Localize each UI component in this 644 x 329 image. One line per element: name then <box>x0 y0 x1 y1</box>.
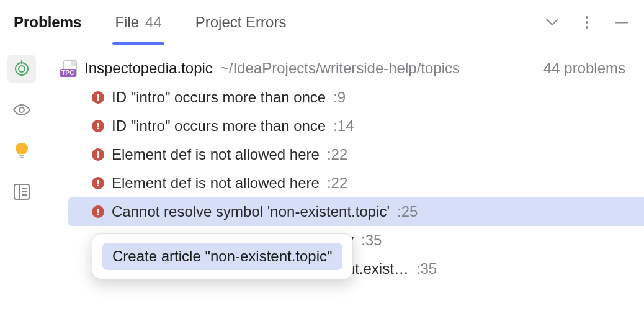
target-icon <box>13 60 30 78</box>
problem-message: Element def is not allowed here <box>112 174 320 192</box>
problem-location: :22 <box>327 146 347 163</box>
tab-file-label: File <box>115 14 139 31</box>
error-icon <box>92 91 104 104</box>
file-path: ~/IdeaProjects/writerside-help/topics <box>220 60 460 77</box>
problem-row[interactable]: ID "intro" occurs more than once :9 <box>43 83 644 112</box>
quick-fix-popup: Create article "non-existent.topic" <box>92 233 353 279</box>
topic-file-icon: TPC <box>61 60 77 76</box>
tab-file-count: 44 <box>145 14 162 31</box>
tabs-left: Problems File 44 Project Errors <box>14 0 286 45</box>
svg-point-4 <box>16 63 28 75</box>
svg-rect-9 <box>20 157 24 158</box>
sidebar-preview[interactable] <box>7 96 36 124</box>
sidebar-layout[interactable] <box>7 178 36 206</box>
tab-project-errors-label: Project Errors <box>195 14 287 31</box>
chevron-down-icon[interactable] <box>543 14 561 31</box>
svg-point-5 <box>19 66 25 72</box>
problem-row-selected[interactable]: Cannot resolve symbol 'non-existent.topi… <box>68 197 644 226</box>
tab-project-errors[interactable]: Project Errors <box>195 0 287 45</box>
tab-problems-label: Problems <box>14 14 81 31</box>
quick-fix-label: Create article "non-existent.topic" <box>112 248 333 264</box>
body: TPC Inspectopedia.topic ~/IdeaProjects/w… <box>0 45 644 329</box>
file-header[interactable]: TPC Inspectopedia.topic ~/IdeaProjects/w… <box>43 57 644 83</box>
tab-file[interactable]: File 44 <box>115 0 161 45</box>
problem-message: Element def is not allowed here <box>112 146 320 163</box>
problem-row[interactable]: Element def is not allowed here :22 <box>43 169 644 197</box>
svg-point-2 <box>586 26 588 29</box>
svg-point-7 <box>19 107 24 112</box>
problem-message: Cannot resolve symbol 'non-existent.topi… <box>112 203 390 220</box>
eye-icon <box>12 104 31 116</box>
problem-location: :22 <box>327 174 347 192</box>
problem-message: ID "intro" occurs more than once <box>112 89 326 106</box>
minimize-icon[interactable] <box>613 14 630 31</box>
problem-location: :35 <box>361 232 382 249</box>
tabs-bar: Problems File 44 Project Errors <box>0 0 644 45</box>
error-icon <box>92 205 104 218</box>
tabs-right <box>543 14 630 31</box>
svg-rect-3 <box>615 22 628 23</box>
problem-row[interactable]: ID "intro" occurs more than once :14 <box>43 112 644 140</box>
file-problem-count: 44 problems <box>543 60 633 77</box>
layout-icon <box>14 184 30 200</box>
tab-problems[interactable]: Problems <box>14 0 81 45</box>
quick-fix-create-article[interactable]: Create article "non-existent.topic" <box>102 243 342 270</box>
problem-location: :25 <box>397 203 418 220</box>
sidebar-highlight[interactable] <box>7 55 36 83</box>
main: TPC Inspectopedia.topic ~/IdeaProjects/w… <box>43 45 644 329</box>
error-icon <box>92 148 104 161</box>
problem-message: ID "intro" occurs more than once <box>112 117 326 135</box>
problem-location: :9 <box>333 89 346 106</box>
svg-rect-8 <box>19 155 24 156</box>
svg-point-0 <box>586 16 588 19</box>
problem-row[interactable]: Element def is not allowed here :22 <box>43 140 644 169</box>
problem-location: :35 <box>416 260 437 277</box>
file-name: Inspectopedia.topic <box>84 60 213 77</box>
sidebar-intentions[interactable] <box>7 137 36 165</box>
bulb-icon <box>15 142 29 160</box>
sidebar <box>0 45 43 329</box>
svg-point-1 <box>586 21 588 24</box>
problem-location: :14 <box>333 117 354 135</box>
more-icon[interactable] <box>578 14 596 31</box>
error-icon <box>92 177 104 189</box>
error-icon <box>92 120 104 132</box>
